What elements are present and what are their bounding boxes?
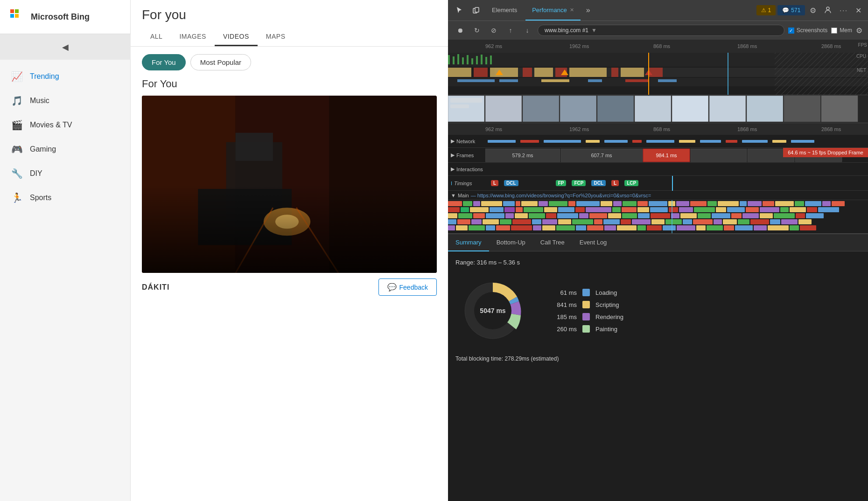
svg-rect-190 — [738, 219, 749, 224]
tab-bottom-up[interactable]: Bottom-Up — [489, 234, 533, 251]
svg-rect-93 — [481, 201, 502, 206]
sidebar-item-gaming[interactable]: 🎮 Gaming — [0, 137, 130, 161]
tab-images[interactable]: IMAGES — [171, 28, 214, 46]
devtools-tab-performance[interactable]: Performance ✕ — [525, 0, 580, 21]
svg-rect-172 — [471, 219, 482, 224]
svg-rect-72 — [604, 140, 628, 143]
tab-summary[interactable]: Summary — [448, 234, 489, 251]
record-button[interactable]: ⏺ — [454, 24, 467, 37]
svg-rect-138 — [727, 207, 745, 212]
svg-rect-117 — [822, 201, 831, 206]
perf-chart[interactable]: CPU NET — [448, 53, 868, 95]
svg-rect-209 — [647, 225, 662, 230]
svg-rect-206 — [604, 225, 616, 230]
sidebar-item-sports[interactable]: 🏃 Sports — [0, 186, 130, 210]
svg-rect-8 — [236, 133, 273, 161]
chevron-left-icon: ◀ — [62, 42, 69, 52]
svg-rect-151 — [529, 213, 545, 218]
interactions-track-label[interactable]: ▶ Interactions — [448, 166, 485, 172]
svg-rect-177 — [542, 219, 557, 224]
video-thumbnail[interactable] — [142, 96, 437, 273]
svg-rect-57 — [597, 96, 634, 122]
svg-rect-44 — [499, 79, 518, 82]
screenshots-checkbox[interactable]: ✓ Screenshots — [788, 27, 828, 34]
interactions-track: ▶ Interactions — [448, 163, 868, 176]
reload-button[interactable]: ↻ — [470, 24, 483, 37]
svg-rect-205 — [587, 225, 603, 230]
badge-DCL2: DCL — [591, 180, 606, 186]
svg-rect-198 — [486, 225, 495, 230]
pill-most-popular[interactable]: Most Popular — [190, 54, 251, 70]
devtools-close-button[interactable]: ✕ — [853, 6, 864, 15]
download-button[interactable]: ↓ — [521, 24, 534, 37]
svg-rect-25 — [481, 55, 483, 64]
legend-painting: 260 ms Painting — [549, 325, 623, 333]
tab-maps[interactable]: MAPS — [258, 28, 294, 46]
tab-call-tree[interactable]: Call Tree — [533, 234, 572, 251]
devtools-warning-count[interactable]: ⚠ 1 — [756, 5, 776, 15]
sidebar-item-trending[interactable]: 📈 Trending — [0, 64, 130, 89]
clear-button[interactable]: ⊘ — [487, 24, 500, 37]
sidebar-item-music[interactable]: 🎵 Music — [0, 89, 130, 113]
tab-event-log[interactable]: Event Log — [572, 234, 615, 251]
svg-rect-79 — [772, 140, 786, 143]
pill-for-you[interactable]: For You — [142, 54, 186, 70]
svg-rect-184 — [651, 219, 665, 224]
devtools-more-options-button[interactable]: ··· — [837, 7, 851, 14]
svg-rect-210 — [663, 225, 676, 230]
scripting-name: Scripting — [595, 301, 619, 308]
video-meta: DÁKITI 💬 Feedback — [142, 273, 437, 301]
svg-rect-18 — [448, 55, 450, 64]
video-card: DÁKITI 💬 Feedback — [131, 96, 448, 301]
svg-rect-187 — [693, 219, 713, 224]
flame-chart[interactable] — [448, 200, 868, 234]
svg-rect-166 — [760, 213, 773, 218]
dropped-frame-text: Dropped Frame — [827, 150, 863, 155]
summary-panel: Range: 316 ms – 5.36 s — [448, 251, 868, 501]
performance-tab-close[interactable]: ✕ — [570, 7, 574, 13]
sidebar-item-movies-tv[interactable]: 🎬 Movies & TV — [0, 113, 130, 137]
tab-videos[interactable]: VIDEOS — [215, 28, 258, 46]
timeline-ruler-top: 962 ms 1962 ms 868 ms 1868 ms 2868 ms FP… — [448, 40, 868, 53]
svg-rect-60 — [709, 96, 746, 122]
svg-rect-38 — [649, 68, 663, 77]
url-dropdown-icon[interactable]: ▼ — [591, 27, 597, 34]
svg-rect-216 — [754, 225, 767, 230]
search-tabs: ALL IMAGES VIDEOS MAPS — [142, 28, 437, 46]
devtools-tab-elements[interactable]: Elements — [485, 0, 524, 21]
search-header: For you ALL IMAGES VIDEOS MAPS — [131, 0, 448, 47]
svg-rect-120 — [461, 207, 469, 212]
upload-button[interactable]: ↑ — [504, 24, 517, 37]
svg-rect-183 — [632, 219, 651, 224]
devtools-info-count[interactable]: 💬 571 — [777, 5, 805, 15]
svg-rect-65 — [450, 104, 469, 108]
frames-track-label[interactable]: ▶ Frames — [448, 152, 485, 158]
tab-all[interactable]: ALL — [142, 28, 171, 46]
svg-rect-158 — [638, 213, 650, 218]
svg-rect-56 — [560, 96, 596, 122]
device-toolbar-button[interactable] — [469, 3, 483, 18]
interactions-label: Interactions — [456, 167, 483, 172]
svg-rect-111 — [740, 201, 747, 206]
sidebar-item-diy[interactable]: 🔧 DIY — [0, 161, 130, 186]
feedback-button[interactable]: 💬 Feedback — [378, 278, 437, 296]
devtools-user-icon[interactable] — [821, 6, 835, 15]
svg-rect-136 — [694, 207, 715, 212]
video-overlay — [142, 184, 437, 273]
select-element-button[interactable] — [452, 3, 467, 18]
devtools-settings-button[interactable]: ⚙ — [807, 6, 819, 15]
network-track-label[interactable]: ▶ Network — [448, 138, 485, 144]
main-thread-header[interactable]: ▼ Main — https://www.bing.com/videos/bro… — [448, 191, 868, 200]
svg-rect-59 — [672, 96, 708, 122]
svg-rect-134 — [669, 207, 678, 212]
timings-track-label[interactable]: I Timings — [448, 181, 485, 186]
sidebar-collapse-button[interactable]: ◀ — [0, 34, 131, 60]
svg-rect-218 — [790, 225, 799, 230]
dropped-frame-timing: 64.6 ms ~ 15 fps — [788, 150, 826, 155]
devtools-more-tabs-button[interactable]: » — [582, 6, 594, 14]
memory-checkbox[interactable]: Mem — [831, 27, 852, 34]
url-settings-button[interactable]: ⚙ — [856, 26, 862, 35]
filter-pills: For You Most Popular — [131, 47, 448, 78]
svg-rect-194 — [798, 219, 812, 224]
marker2-962: 962 ms — [485, 126, 502, 132]
